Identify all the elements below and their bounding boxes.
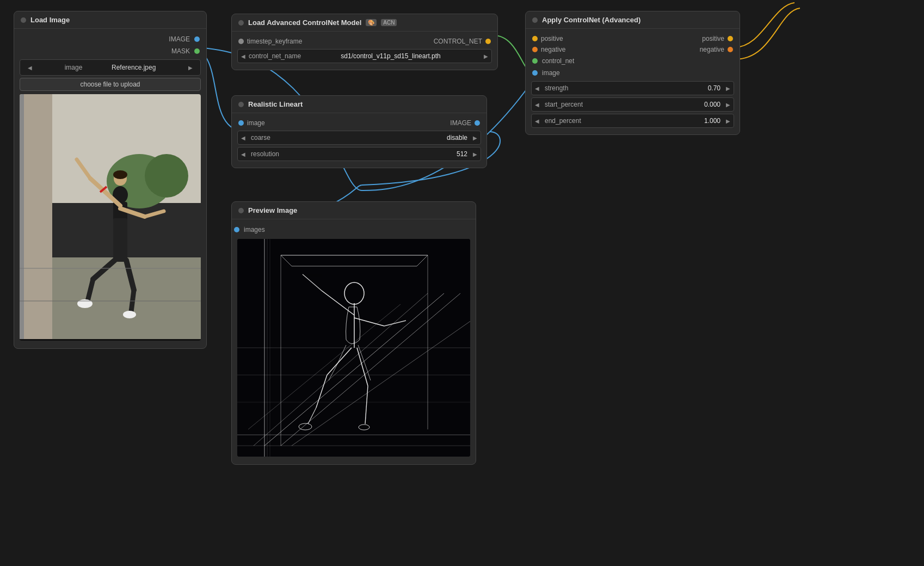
load-controlnet-body: timestep_keyframe CONTROL_NET ◀ control_… bbox=[232, 32, 497, 70]
preview-image-status-dot bbox=[238, 208, 244, 213]
start-percent-row: ◀ start_percent 0.000 ▶ bbox=[531, 97, 734, 112]
load-controlnet-node: Load Advanced ControlNet Model 🎨 ACN tim… bbox=[231, 14, 498, 70]
coarse-prev[interactable]: ◀ bbox=[238, 131, 249, 144]
mask-output-label: MASK bbox=[171, 47, 190, 55]
resolution-label: resolution bbox=[249, 150, 359, 158]
svg-point-9 bbox=[113, 170, 127, 179]
realistic-lineart-node: Realistic Lineart image IMAGE ◀ coarse d… bbox=[231, 95, 487, 168]
strength-next[interactable]: ▶ bbox=[723, 82, 734, 95]
image-output-port: IMAGE bbox=[14, 33, 206, 45]
resolution-value: 512 bbox=[359, 150, 470, 158]
load-image-preview bbox=[20, 94, 201, 341]
mask-output-dot[interactable] bbox=[194, 48, 200, 54]
lineart-image-input-dot[interactable] bbox=[238, 120, 244, 126]
svg-point-21 bbox=[123, 311, 136, 318]
image-output-dot[interactable] bbox=[194, 36, 200, 42]
strength-prev[interactable]: ◀ bbox=[532, 82, 543, 95]
control-net-name-label: control_net_name bbox=[249, 52, 301, 60]
load-image-header: Load Image bbox=[14, 11, 206, 29]
control-net-name-value: sd1/control_v11p_sd15_lineart.pth bbox=[301, 52, 481, 60]
strength-value: 0.70 bbox=[633, 84, 723, 92]
acn-negative-input-dot[interactable] bbox=[532, 47, 538, 52]
acn-negative-output-label: negative bbox=[700, 46, 724, 53]
coarse-row: ◀ coarse disable ▶ bbox=[237, 131, 481, 145]
svg-rect-4 bbox=[20, 94, 24, 339]
control-net-name-prev[interactable]: ◀ bbox=[238, 50, 249, 63]
preview-images-port: images bbox=[232, 224, 476, 236]
start-percent-label: start_percent bbox=[543, 101, 633, 108]
timestep-label: timestep_keyframe bbox=[247, 38, 302, 45]
load-controlnet-title: Load Advanced ControlNet Model bbox=[248, 19, 361, 27]
mask-output-port: MASK bbox=[14, 45, 206, 57]
timestep-input-dot[interactable] bbox=[238, 39, 244, 44]
acn-positive-input-label: positive bbox=[541, 35, 563, 42]
acn-negative-output-dot[interactable] bbox=[728, 47, 733, 52]
filename-text: Reference.jpeg bbox=[112, 64, 156, 71]
preview-images-label: images bbox=[244, 226, 265, 233]
svg-point-6 bbox=[145, 154, 188, 198]
svg-rect-3 bbox=[20, 94, 52, 339]
acn-control-net-dot[interactable] bbox=[532, 58, 538, 64]
apply-controlnet-node: Apply ControlNet (Advanced) positive pos… bbox=[525, 11, 740, 135]
acn-image-port: image bbox=[526, 67, 740, 79]
load-image-status-dot bbox=[21, 17, 26, 23]
coarse-label: coarse bbox=[249, 134, 359, 142]
load-controlnet-status-dot bbox=[238, 20, 244, 26]
apply-controlnet-title: Apply ControlNet (Advanced) bbox=[542, 16, 640, 24]
image-output-label: IMAGE bbox=[169, 35, 190, 43]
lineart-image-input-label: image bbox=[247, 119, 265, 127]
filename-row: ◀ image Reference.jpeg ▶ bbox=[20, 59, 201, 76]
load-image-body: IMAGE MASK ◀ image Reference.jpeg ▶ choo… bbox=[14, 29, 206, 348]
control-net-output-label: CONTROL_NET bbox=[434, 38, 482, 45]
end-percent-prev[interactable]: ◀ bbox=[532, 114, 543, 127]
preview-image-canvas bbox=[237, 239, 470, 457]
apply-controlnet-header: Apply ControlNet (Advanced) bbox=[526, 11, 740, 29]
filename-next-arrow[interactable]: ▶ bbox=[185, 61, 196, 74]
coarse-value: disable bbox=[359, 134, 470, 142]
preview-image-body: images bbox=[232, 219, 476, 464]
start-percent-prev[interactable]: ◀ bbox=[532, 98, 543, 111]
end-percent-label: end_percent bbox=[543, 117, 633, 125]
resolution-prev[interactable]: ◀ bbox=[238, 147, 249, 161]
upload-button[interactable]: choose file to upload bbox=[20, 78, 201, 91]
load-image-title: Load Image bbox=[30, 16, 70, 24]
svg-rect-15 bbox=[113, 218, 127, 262]
end-percent-row: ◀ end_percent 1.000 ▶ bbox=[531, 114, 734, 128]
acn-image-dot[interactable] bbox=[532, 70, 538, 76]
strength-label: strength bbox=[543, 84, 633, 92]
load-controlnet-badge2: ACN bbox=[381, 19, 397, 26]
coarse-next[interactable]: ▶ bbox=[470, 131, 481, 144]
realistic-lineart-status-dot bbox=[238, 102, 244, 107]
realistic-lineart-body: image IMAGE ◀ coarse disable ▶ ◀ resolut… bbox=[232, 113, 486, 168]
filename-prev-arrow[interactable]: ◀ bbox=[24, 61, 35, 74]
realistic-lineart-header: Realistic Lineart bbox=[232, 96, 486, 113]
preview-image-header: Preview Image bbox=[232, 202, 476, 219]
apply-controlnet-status-dot bbox=[532, 17, 538, 23]
realistic-lineart-title: Realistic Lineart bbox=[248, 100, 303, 108]
preview-image-title: Preview Image bbox=[248, 206, 297, 214]
svg-point-20 bbox=[77, 299, 93, 308]
load-image-node: Load Image IMAGE MASK ◀ image Reference.… bbox=[14, 11, 207, 349]
acn-positive-input-dot[interactable] bbox=[532, 36, 538, 41]
acn-negative-input-label: negative bbox=[541, 46, 565, 53]
lineart-image-output-dot[interactable] bbox=[475, 120, 480, 126]
acn-image-label: image bbox=[542, 69, 560, 77]
strength-row: ◀ strength 0.70 ▶ bbox=[531, 81, 734, 95]
control-net-output-dot[interactable] bbox=[485, 39, 491, 44]
preview-image-node: Preview Image images bbox=[231, 201, 476, 465]
acn-positive-output-dot[interactable] bbox=[728, 36, 733, 41]
resolution-row: ◀ resolution 512 ▶ bbox=[237, 147, 481, 161]
control-net-name-row: ◀ control_net_name sd1/control_v11p_sd15… bbox=[237, 49, 492, 63]
start-percent-next[interactable]: ▶ bbox=[723, 98, 734, 111]
preview-images-input-dot[interactable] bbox=[234, 227, 239, 232]
lineart-image-output-label: IMAGE bbox=[450, 119, 471, 127]
acn-control-net-label: control_net bbox=[542, 57, 574, 65]
load-controlnet-badge: 🎨 bbox=[366, 19, 377, 26]
end-percent-next[interactable]: ▶ bbox=[723, 114, 734, 127]
start-percent-value: 0.000 bbox=[633, 101, 723, 108]
nav-image-label: image bbox=[65, 64, 83, 71]
resolution-next[interactable]: ▶ bbox=[470, 147, 481, 161]
acn-positive-output-label: positive bbox=[702, 35, 724, 42]
control-net-name-next[interactable]: ▶ bbox=[481, 50, 491, 63]
end-percent-value: 1.000 bbox=[633, 117, 723, 125]
